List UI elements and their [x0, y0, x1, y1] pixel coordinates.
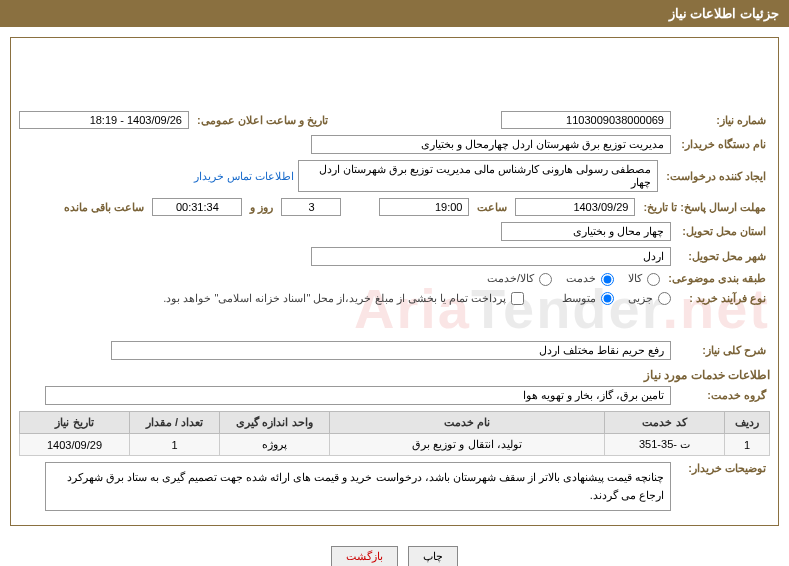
- category-radio-service[interactable]: [601, 273, 614, 286]
- deadline-label: مهلت ارسال پاسخ: تا تاریخ:: [639, 201, 770, 214]
- category-opt-mixed[interactable]: کالا/خدمت: [487, 272, 552, 286]
- group-label: گروه خدمت:: [675, 389, 770, 402]
- back-button[interactable]: بازگشت: [331, 546, 398, 566]
- process-radio-medium[interactable]: [601, 292, 614, 305]
- details-panel: AriaTender.net شماره نیاز: 1103009038000…: [10, 37, 779, 526]
- treasury-check-label[interactable]: پرداخت تمام یا بخشی از مبلغ خرید،از محل …: [163, 292, 524, 306]
- buyer-notes-value: چنانچه قیمت پیشنهادی بالاتر از سقف شهرست…: [45, 462, 671, 511]
- requester-value: مصطفی رسولی هارونی کارشناس مالی مدیریت ت…: [298, 160, 658, 192]
- deadline-remaining-label: ساعت باقی مانده: [60, 201, 148, 214]
- deadline-date: 1403/09/29: [515, 198, 635, 216]
- buyer-org-value: مدیریت توزیع برق شهرستان اردل چهارمحال و…: [311, 135, 671, 154]
- city-value: اردل: [311, 247, 671, 266]
- th-date: تاریخ نیاز: [20, 412, 130, 434]
- treasury-check[interactable]: [511, 292, 524, 305]
- svc-section-title: اطلاعات خدمات مورد نیاز: [19, 368, 770, 382]
- print-button[interactable]: چاپ: [408, 546, 458, 566]
- city-label: شهر محل تحویل:: [675, 250, 770, 263]
- buyer-contact-link[interactable]: اطلاعات تماس خریدار: [194, 170, 294, 183]
- need-no-label: شماره نیاز:: [675, 114, 770, 127]
- category-label: طبقه بندی موضوعی:: [664, 272, 770, 285]
- need-desc-label: شرح کلی نیاز:: [675, 344, 770, 357]
- deadline-time-label: ساعت: [473, 201, 511, 214]
- group-value: تامین برق، گاز، بخار و تهویه هوا: [45, 386, 671, 405]
- table-header-row: ردیف کد خدمت نام خدمت واحد اندازه گیری ت…: [20, 412, 770, 434]
- cell-date: 1403/09/29: [20, 434, 130, 456]
- cell-code: ت -35-351: [605, 434, 725, 456]
- th-unit: واحد اندازه گیری: [220, 412, 330, 434]
- category-opt-service[interactable]: خدمت: [566, 272, 614, 286]
- process-label: نوع فرآیند خرید :: [675, 292, 770, 305]
- announce-label: تاریخ و ساعت اعلان عمومی:: [193, 114, 332, 127]
- province-value: چهار محال و بختیاری: [501, 222, 671, 241]
- deadline-days-label: روز و: [246, 201, 277, 214]
- buyer-notes-label: توضیحات خریدار:: [675, 462, 770, 475]
- requester-label: ایجاد کننده درخواست:: [662, 170, 770, 183]
- need-desc-value: رفع حریم نقاط مختلف اردل: [111, 341, 671, 360]
- footer: چاپ بازگشت: [0, 536, 789, 566]
- buyer-org-label: نام دستگاه خریدار:: [675, 138, 770, 151]
- deadline-time: 19:00: [379, 198, 469, 216]
- category-radio-mixed[interactable]: [539, 273, 552, 286]
- process-opt-medium[interactable]: متوسط: [562, 292, 614, 306]
- services-table: ردیف کد خدمت نام خدمت واحد اندازه گیری ت…: [19, 411, 770, 456]
- page-header: جزئیات اطلاعات نیاز: [0, 0, 789, 27]
- province-label: استان محل تحویل:: [675, 225, 770, 238]
- category-radio-goods[interactable]: [647, 273, 660, 286]
- table-row: 1 ت -35-351 تولید، انتقال و توزیع برق پر…: [20, 434, 770, 456]
- process-radio-minor[interactable]: [658, 292, 671, 305]
- th-row: ردیف: [725, 412, 770, 434]
- cell-unit: پروژه: [220, 434, 330, 456]
- th-qty: تعداد / مقدار: [130, 412, 220, 434]
- th-code: کد خدمت: [605, 412, 725, 434]
- deadline-days: 3: [281, 198, 341, 216]
- announce-value: 1403/09/26 - 18:19: [19, 111, 189, 129]
- category-opt-goods[interactable]: کالا: [628, 272, 660, 286]
- th-name: نام خدمت: [330, 412, 605, 434]
- page-title: جزئیات اطلاعات نیاز: [669, 6, 779, 21]
- process-opt-minor[interactable]: جزیی: [628, 292, 671, 306]
- need-no-value: 1103009038000069: [501, 111, 671, 129]
- cell-row: 1: [725, 434, 770, 456]
- deadline-remaining: 00:31:34: [152, 198, 242, 216]
- cell-name: تولید، انتقال و توزیع برق: [330, 434, 605, 456]
- cell-qty: 1: [130, 434, 220, 456]
